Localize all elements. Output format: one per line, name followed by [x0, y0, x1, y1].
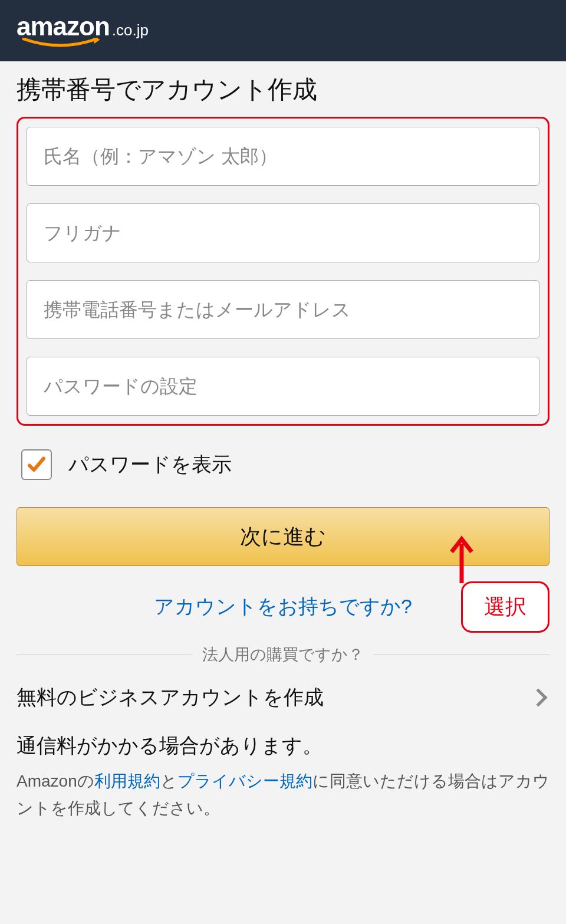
page-title: 携帯番号でアカウント作成: [17, 73, 549, 106]
content-area: 携帯番号でアカウント作成 パスワードを表示 次に進む アカウントをお持ちですか?…: [0, 61, 566, 846]
business-divider: 法人用の購買ですか？: [17, 644, 549, 665]
terms-prefix: Amazonの: [17, 772, 94, 790]
chevron-right-icon: [529, 688, 547, 706]
show-password-label: パスワードを表示: [68, 451, 232, 478]
signin-row: アカウントをお持ちですか? 選択: [17, 593, 549, 620]
terms-of-use-link[interactable]: 利用規約: [94, 772, 160, 790]
logo-text-suffix: .co.jp: [112, 21, 149, 40]
business-account-link[interactable]: 無料のビジネスアカウントを作成: [17, 676, 549, 732]
furigana-field[interactable]: [27, 203, 539, 262]
divider-line-left: [17, 655, 193, 655]
signin-link[interactable]: アカウントをお持ちですか?: [154, 595, 412, 617]
privacy-policy-link[interactable]: プライバシー規約: [177, 772, 312, 790]
logo-text-main: amazon: [17, 12, 110, 41]
signup-form-highlight: [17, 117, 549, 426]
password-field[interactable]: [27, 357, 539, 416]
terms-text: Amazonの利用規約とプライバシー規約に同意いただける場合はアカウントを作成し…: [17, 768, 549, 822]
business-divider-text: 法人用の購買ですか？: [193, 644, 373, 665]
phone-email-field[interactable]: [27, 280, 539, 339]
annotation-callout: 選択: [461, 581, 549, 633]
show-password-checkbox[interactable]: [21, 449, 52, 480]
amazon-logo[interactable]: amazon .co.jp: [17, 12, 149, 50]
checkmark-icon: [26, 454, 47, 475]
divider-line-right: [373, 655, 549, 655]
business-account-text: 無料のビジネスアカウントを作成: [17, 684, 324, 711]
show-password-row: パスワードを表示: [17, 449, 549, 480]
header: amazon .co.jp: [0, 0, 566, 61]
data-charges-note: 通信料がかかる場合があります。: [17, 732, 549, 759]
next-button[interactable]: 次に進む: [17, 507, 549, 566]
name-field[interactable]: [27, 127, 539, 186]
terms-and: と: [160, 772, 177, 790]
